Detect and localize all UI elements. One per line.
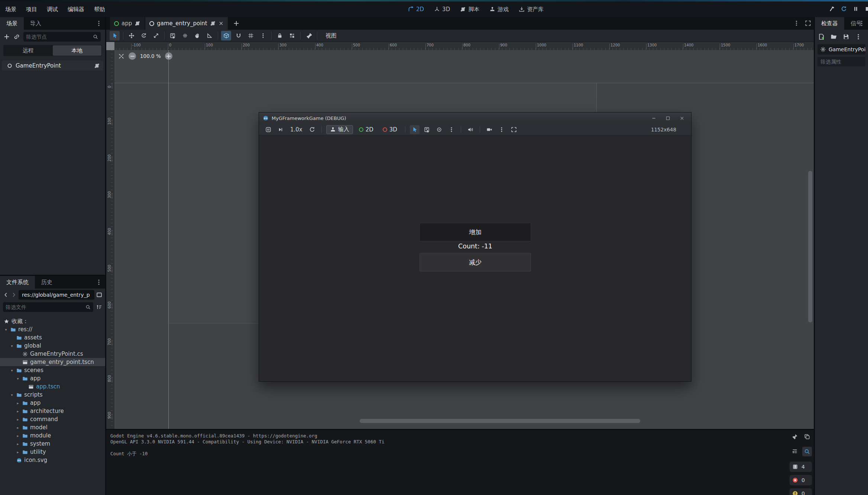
instance-scene-button[interactable]	[13, 33, 20, 40]
list-select-tool[interactable]	[168, 31, 178, 40]
snap-options[interactable]	[246, 31, 256, 40]
fs-item-scenes[interactable]: ▾scenes	[0, 366, 105, 374]
pan-tool[interactable]	[192, 31, 202, 40]
ruler-corner[interactable]	[106, 42, 114, 50]
back-icon[interactable]	[3, 292, 9, 298]
stop-button[interactable]	[865, 6, 868, 13]
warnings-count-badge[interactable]: 0	[790, 488, 812, 495]
path-field[interactable]	[19, 290, 94, 300]
input-mode-toggle[interactable]: 输入	[326, 125, 353, 134]
fs-item-app[interactable]: ▾app	[0, 374, 105, 382]
canvas-vertical-scrollbar[interactable]	[808, 171, 812, 322]
scene-tab-menu-icon[interactable]	[793, 20, 800, 26]
zoom-percent-label[interactable]: 100.0 %	[140, 53, 161, 59]
select-tool[interactable]	[110, 31, 120, 40]
game-select-menu[interactable]	[447, 125, 456, 134]
fs-item-module[interactable]: ▸module	[0, 432, 105, 440]
tree-arrow-icon[interactable]: ▾	[4, 328, 8, 332]
move-tool[interactable]	[126, 31, 136, 40]
tab-历史[interactable]: 历史	[35, 276, 59, 289]
new-scene-tab-button[interactable]	[233, 20, 240, 27]
workspace-3D[interactable]: 3D	[434, 6, 450, 13]
tab-检查器[interactable]: 检查器	[815, 17, 844, 30]
fs-item-model[interactable]: ▸model	[0, 423, 105, 432]
close-tab-icon[interactable]	[218, 21, 224, 26]
fs-item-global[interactable]: ▾global	[0, 342, 105, 350]
rotate-tool[interactable]	[139, 31, 149, 40]
tree-arrow-icon[interactable]: ▸	[16, 409, 20, 413]
tab-导入[interactable]: 导入	[24, 17, 48, 30]
fs-item-assets[interactable]: assets	[0, 333, 105, 342]
workspace-2D[interactable]: 2D	[408, 6, 424, 13]
skeleton-options[interactable]	[304, 31, 314, 40]
fs-item-system[interactable]: ▸system	[0, 440, 105, 448]
sort-files-icon[interactable]	[96, 304, 102, 310]
3d-debug-toggle[interactable]: 3D	[379, 125, 401, 134]
clear-output-button[interactable]	[790, 432, 800, 442]
decrease-button[interactable]: 减少	[420, 253, 531, 271]
smart-snap-toggle[interactable]	[221, 31, 231, 40]
maximize-button[interactable]	[662, 114, 673, 122]
game-list-select-tool[interactable]	[422, 125, 432, 134]
reset-speed-button[interactable]	[307, 125, 317, 134]
tab-文件系统[interactable]: 文件系统	[0, 276, 35, 289]
workspace-资产库[interactable]: 资产库	[519, 6, 544, 13]
next-frame-button[interactable]	[276, 125, 285, 134]
workspace-脚本[interactable]: 脚本	[460, 6, 479, 13]
menu-场景[interactable]: 场景	[5, 6, 16, 13]
menu-项目[interactable]: 项目	[26, 6, 37, 13]
fs-item-res://[interactable]: ▾res://	[0, 325, 105, 333]
fs-item-icon.svg[interactable]: icon.svg	[0, 456, 105, 464]
tree-arrow-icon[interactable]: ▸	[16, 434, 20, 438]
increase-button[interactable]: 增加	[420, 223, 531, 241]
inspected-node-row[interactable]: GameEntryPoint.	[817, 44, 865, 55]
tab-menu-icon[interactable]	[858, 20, 865, 27]
ruler-tool[interactable]	[204, 31, 214, 40]
tree-arrow-icon[interactable]: ▸	[16, 401, 20, 405]
2d-debug-toggle[interactable]: 2D	[356, 125, 377, 134]
snap-menu[interactable]	[258, 31, 268, 40]
grid-snap-toggle[interactable]	[233, 31, 243, 40]
game-window-titlebar[interactable]: MyGFrameworkGame (DEBUG)	[259, 113, 691, 124]
expand-editor-icon[interactable]	[805, 20, 811, 26]
pivot-tool[interactable]	[180, 31, 190, 40]
group-button[interactable]	[287, 31, 297, 40]
camera-override-button[interactable]	[485, 125, 494, 134]
save-resource-icon[interactable]	[843, 33, 849, 40]
speed-multiplier[interactable]: 1.0x	[290, 126, 302, 133]
menu-帮助[interactable]: 帮助	[94, 6, 105, 13]
scene-node-root[interactable]: GameEntryPoint	[2, 61, 103, 71]
fs-item-scripts[interactable]: ▾scripts	[0, 391, 105, 399]
build-button[interactable]	[829, 6, 836, 13]
remote-tab[interactable]: 远程	[4, 45, 53, 56]
filter-properties-input[interactable]	[820, 59, 862, 65]
forward-icon[interactable]	[11, 292, 17, 298]
copy-output-button[interactable]	[802, 432, 812, 442]
restart-button[interactable]	[841, 6, 848, 13]
tab-menu-icon[interactable]	[95, 279, 102, 286]
tree-arrow-icon[interactable]: ▸	[16, 426, 20, 430]
search-output-button[interactable]	[802, 447, 812, 456]
messages-count-badge[interactable]: 4	[790, 462, 812, 472]
canvas-horizontal-scrollbar[interactable]	[360, 419, 640, 423]
mute-audio-button[interactable]	[466, 125, 475, 134]
inspector-menu-icon[interactable]	[855, 33, 862, 40]
fs-item-utility[interactable]: ▸utility	[0, 448, 105, 456]
add-node-button[interactable]	[3, 33, 10, 40]
minimize-button[interactable]	[648, 114, 659, 122]
game-picking-tool[interactable]	[434, 125, 444, 134]
zoom-out-button[interactable]	[129, 52, 136, 60]
menu-调试[interactable]: 调试	[47, 6, 58, 13]
close-button[interactable]	[676, 114, 687, 122]
embed-fullscreen-button[interactable]	[509, 125, 519, 134]
scale-tool[interactable]	[151, 31, 161, 40]
fs-item-architecture[interactable]: ▸architecture	[0, 407, 105, 415]
new-resource-icon[interactable]	[818, 33, 825, 40]
zoom-in-button[interactable]	[165, 52, 172, 60]
scene-tab-game_entry_point[interactable]: game_entry_point	[145, 17, 227, 30]
fs-item-app[interactable]: ▸app	[0, 399, 105, 407]
tree-arrow-icon[interactable]: ▾	[16, 377, 20, 381]
view-menu-button[interactable]: 视图	[323, 32, 340, 39]
favorites-row[interactable]: 收藏：	[0, 317, 105, 325]
tab-场景[interactable]: 场景	[0, 17, 24, 30]
